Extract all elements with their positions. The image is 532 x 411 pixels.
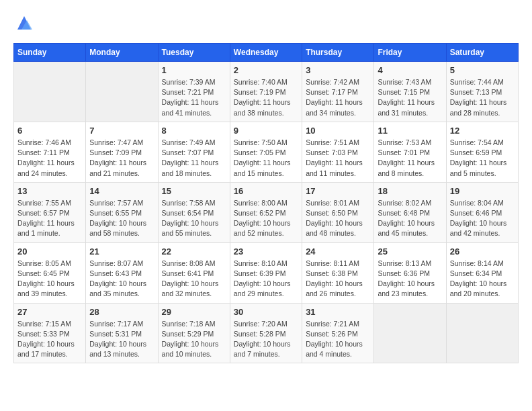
calendar-cell: 27Sunrise: 7:15 AMSunset: 5:33 PMDayligh… — [14, 303, 86, 363]
day-number: 8 — [162, 126, 226, 136]
calendar-cell — [374, 303, 446, 363]
day-info: Sunrise: 8:14 AMSunset: 6:34 PMDaylight:… — [450, 259, 515, 300]
day-number: 6 — [17, 126, 82, 136]
calendar-cell: 10Sunrise: 7:51 AMSunset: 7:03 PMDayligh… — [302, 122, 374, 182]
calendar-cell: 19Sunrise: 8:04 AMSunset: 6:46 PMDayligh… — [446, 182, 518, 242]
day-info: Sunrise: 8:00 AMSunset: 6:52 PMDaylight:… — [234, 198, 298, 239]
day-info: Sunrise: 7:42 AMSunset: 7:17 PMDaylight:… — [306, 77, 370, 118]
calendar-cell — [14, 62, 86, 122]
day-number: 22 — [162, 246, 226, 257]
calendar-cell: 21Sunrise: 8:07 AMSunset: 6:43 PMDayligh… — [86, 242, 158, 303]
calendar-cell: 4Sunrise: 7:43 AMSunset: 7:15 PMDaylight… — [374, 62, 446, 122]
day-info: Sunrise: 7:53 AMSunset: 7:01 PMDaylight:… — [378, 138, 442, 179]
day-number: 16 — [234, 186, 298, 196]
day-number: 26 — [450, 246, 515, 257]
day-info: Sunrise: 7:50 AMSunset: 7:05 PMDaylight:… — [234, 138, 298, 179]
day-info: Sunrise: 8:10 AMSunset: 6:39 PMDaylight:… — [234, 259, 298, 300]
day-number: 19 — [450, 186, 515, 196]
weekday-header: Monday — [86, 44, 158, 62]
day-number: 30 — [234, 307, 298, 317]
calendar-cell: 11Sunrise: 7:53 AMSunset: 7:01 PMDayligh… — [374, 122, 446, 182]
calendar-cell: 12Sunrise: 7:54 AMSunset: 6:59 PMDayligh… — [446, 122, 518, 182]
day-number: 9 — [234, 126, 298, 136]
day-info: Sunrise: 7:46 AMSunset: 7:11 PMDaylight:… — [17, 138, 82, 179]
calendar-cell: 18Sunrise: 8:02 AMSunset: 6:48 PMDayligh… — [374, 182, 446, 242]
day-info: Sunrise: 7:18 AMSunset: 5:29 PMDaylight:… — [162, 319, 226, 360]
day-info: Sunrise: 7:43 AMSunset: 7:15 PMDaylight:… — [378, 77, 442, 118]
calendar-week-row: 20Sunrise: 8:05 AMSunset: 6:45 PMDayligh… — [14, 242, 519, 303]
day-info: Sunrise: 8:13 AMSunset: 6:36 PMDaylight:… — [378, 259, 442, 300]
day-number: 7 — [89, 126, 154, 136]
day-info: Sunrise: 7:15 AMSunset: 5:33 PMDaylight:… — [17, 319, 82, 360]
calendar-cell: 23Sunrise: 8:10 AMSunset: 6:39 PMDayligh… — [230, 242, 302, 303]
calendar-week-row: 27Sunrise: 7:15 AMSunset: 5:33 PMDayligh… — [14, 303, 519, 363]
calendar-cell: 15Sunrise: 7:58 AMSunset: 6:54 PMDayligh… — [158, 182, 230, 242]
calendar-cell: 25Sunrise: 8:13 AMSunset: 6:36 PMDayligh… — [374, 242, 446, 303]
day-info: Sunrise: 8:08 AMSunset: 6:41 PMDaylight:… — [162, 259, 226, 300]
weekday-header-row: SundayMondayTuesdayWednesdayThursdayFrid… — [14, 44, 519, 62]
day-number: 13 — [17, 186, 82, 196]
weekday-header: Tuesday — [158, 44, 230, 62]
calendar-cell: 28Sunrise: 7:17 AMSunset: 5:31 PMDayligh… — [86, 303, 158, 363]
calendar-cell: 16Sunrise: 8:00 AMSunset: 6:52 PMDayligh… — [230, 182, 302, 242]
calendar-cell: 3Sunrise: 7:42 AMSunset: 7:17 PMDaylight… — [302, 62, 374, 122]
day-number: 21 — [89, 246, 154, 257]
logo-icon — [15, 13, 34, 32]
day-number: 28 — [89, 307, 154, 317]
day-number: 27 — [17, 307, 82, 317]
day-number: 11 — [378, 126, 442, 136]
day-number: 2 — [234, 65, 298, 75]
day-number: 3 — [306, 65, 370, 75]
weekday-header: Sunday — [14, 44, 86, 62]
day-number: 12 — [450, 126, 515, 136]
calendar-table: SundayMondayTuesdayWednesdayThursdayFrid… — [13, 43, 519, 363]
day-info: Sunrise: 7:21 AMSunset: 5:26 PMDaylight:… — [306, 319, 370, 360]
day-info: Sunrise: 7:55 AMSunset: 6:57 PMDaylight:… — [17, 198, 82, 239]
day-number: 1 — [162, 65, 226, 75]
day-info: Sunrise: 8:11 AMSunset: 6:38 PMDaylight:… — [306, 259, 370, 300]
day-number: 18 — [378, 186, 442, 196]
calendar-cell — [86, 62, 158, 122]
day-number: 24 — [306, 246, 370, 257]
day-info: Sunrise: 8:02 AMSunset: 6:48 PMDaylight:… — [378, 198, 442, 239]
calendar-cell: 17Sunrise: 8:01 AMSunset: 6:50 PMDayligh… — [302, 182, 374, 242]
day-info: Sunrise: 7:58 AMSunset: 6:54 PMDaylight:… — [162, 198, 226, 239]
calendar-cell: 29Sunrise: 7:18 AMSunset: 5:29 PMDayligh… — [158, 303, 230, 363]
day-info: Sunrise: 7:49 AMSunset: 7:07 PMDaylight:… — [162, 138, 226, 179]
day-info: Sunrise: 7:17 AMSunset: 5:31 PMDaylight:… — [89, 319, 154, 360]
calendar-cell: 13Sunrise: 7:55 AMSunset: 6:57 PMDayligh… — [14, 182, 86, 242]
calendar-cell: 31Sunrise: 7:21 AMSunset: 5:26 PMDayligh… — [302, 303, 374, 363]
calendar-cell: 6Sunrise: 7:46 AMSunset: 7:11 PMDaylight… — [14, 122, 86, 182]
day-number: 5 — [450, 65, 515, 75]
day-info: Sunrise: 7:20 AMSunset: 5:28 PMDaylight:… — [234, 319, 298, 360]
calendar-cell: 8Sunrise: 7:49 AMSunset: 7:07 PMDaylight… — [158, 122, 230, 182]
day-info: Sunrise: 8:04 AMSunset: 6:46 PMDaylight:… — [450, 198, 515, 239]
calendar-week-row: 1Sunrise: 7:39 AMSunset: 7:21 PMDaylight… — [14, 62, 519, 122]
day-number: 23 — [234, 246, 298, 257]
calendar-cell: 22Sunrise: 8:08 AMSunset: 6:41 PMDayligh… — [158, 242, 230, 303]
page-header — [13, 13, 519, 32]
day-number: 4 — [378, 65, 442, 75]
day-number: 15 — [162, 186, 226, 196]
day-info: Sunrise: 8:07 AMSunset: 6:43 PMDaylight:… — [89, 259, 154, 300]
day-number: 29 — [162, 307, 226, 317]
day-info: Sunrise: 7:39 AMSunset: 7:21 PMDaylight:… — [162, 77, 226, 118]
day-number: 17 — [306, 186, 370, 196]
calendar-cell: 7Sunrise: 7:47 AMSunset: 7:09 PMDaylight… — [86, 122, 158, 182]
day-number: 10 — [306, 126, 370, 136]
calendar-cell: 1Sunrise: 7:39 AMSunset: 7:21 PMDaylight… — [158, 62, 230, 122]
day-info: Sunrise: 7:47 AMSunset: 7:09 PMDaylight:… — [89, 138, 154, 179]
calendar-cell: 26Sunrise: 8:14 AMSunset: 6:34 PMDayligh… — [446, 242, 518, 303]
day-info: Sunrise: 7:51 AMSunset: 7:03 PMDaylight:… — [306, 138, 370, 179]
calendar-cell: 20Sunrise: 8:05 AMSunset: 6:45 PMDayligh… — [14, 242, 86, 303]
day-number: 31 — [306, 307, 370, 317]
day-info: Sunrise: 8:05 AMSunset: 6:45 PMDaylight:… — [17, 259, 82, 300]
calendar-cell: 30Sunrise: 7:20 AMSunset: 5:28 PMDayligh… — [230, 303, 302, 363]
day-number: 25 — [378, 246, 442, 257]
calendar-cell: 14Sunrise: 7:57 AMSunset: 6:55 PMDayligh… — [86, 182, 158, 242]
day-info: Sunrise: 7:44 AMSunset: 7:13 PMDaylight:… — [450, 77, 515, 118]
day-info: Sunrise: 7:54 AMSunset: 6:59 PMDaylight:… — [450, 138, 515, 179]
calendar-cell: 24Sunrise: 8:11 AMSunset: 6:38 PMDayligh… — [302, 242, 374, 303]
logo — [13, 13, 34, 32]
day-info: Sunrise: 8:01 AMSunset: 6:50 PMDaylight:… — [306, 198, 370, 239]
